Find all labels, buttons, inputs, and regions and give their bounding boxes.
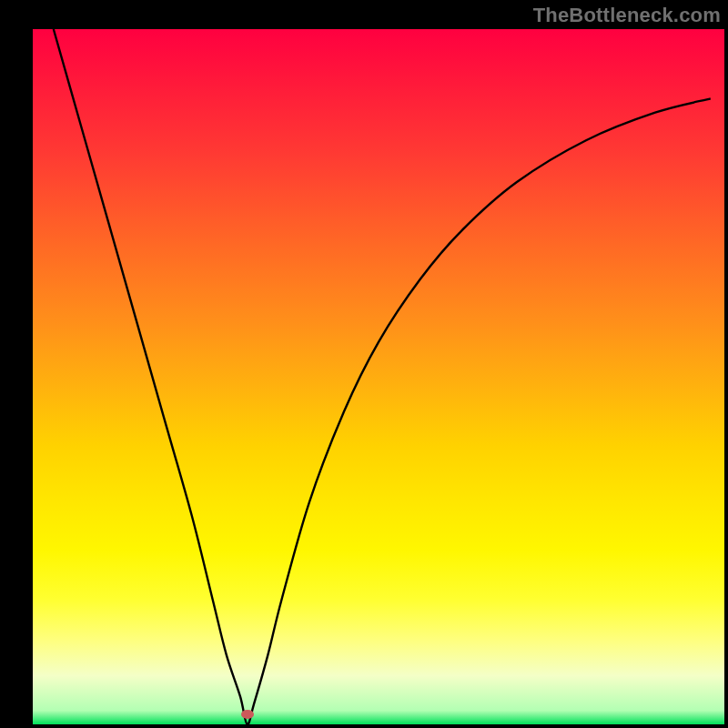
- optimal-point-marker: [241, 710, 254, 719]
- bottleneck-curve: [0, 0, 728, 728]
- chart-frame: TheBottleneck.com: [0, 0, 728, 728]
- curve-path: [54, 29, 711, 724]
